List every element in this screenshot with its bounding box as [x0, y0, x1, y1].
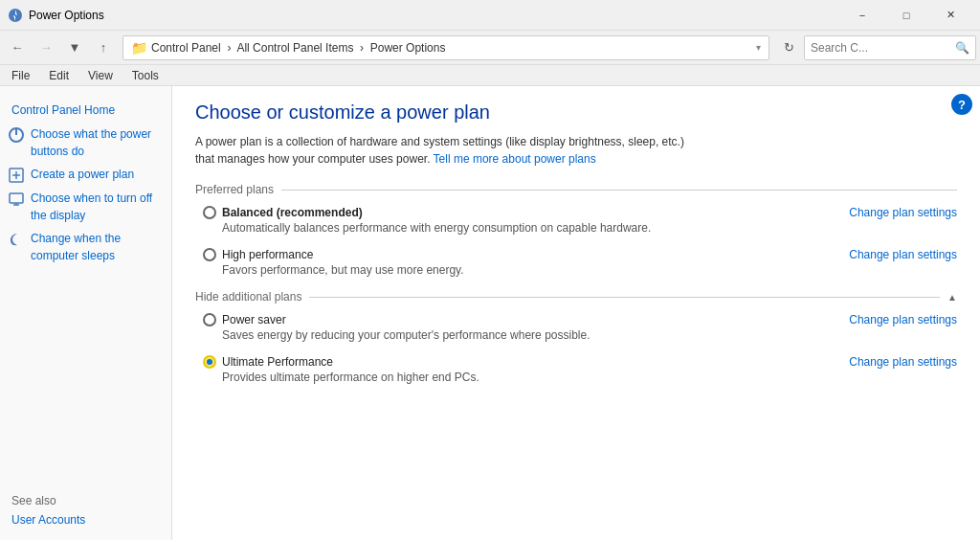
section-toggle[interactable]: ▲ — [947, 292, 957, 303]
menu-tools[interactable]: Tools — [124, 67, 167, 84]
address-path: Control Panel › All Control Panel Items … — [151, 41, 756, 55]
address-chevron: ▾ — [756, 42, 761, 53]
hidden-divider — [309, 297, 940, 298]
sleep-icon — [8, 231, 25, 248]
preferred-plans-header: Preferred plans — [195, 183, 957, 196]
see-also-label: See also — [0, 486, 171, 511]
power-icon — [8, 126, 25, 144]
plan-item-ultimate-performance: Ultimate Performance Change plan setting… — [203, 355, 957, 384]
sidebar-turn-off-display[interactable]: Choose when to turn off the display — [0, 187, 171, 227]
plan-desc-high-performance: Favors performance, but may use more ene… — [222, 263, 957, 277]
minimize-button[interactable]: − — [840, 0, 884, 31]
search-icon: 🔍 — [955, 41, 969, 55]
menu-file[interactable]: File — [4, 67, 37, 84]
plan-desc-balanced: Automatically balances performance with … — [222, 221, 957, 235]
radio-ultimate-performance[interactable] — [203, 355, 216, 369]
page-title: Choose or customize a power plan — [195, 101, 957, 124]
hidden-plans-header: Hide additional plans ▲ — [195, 290, 957, 304]
sidebar-computer-sleeps-label: Change when the computer sleeps — [31, 230, 164, 264]
back-button[interactable]: ← — [4, 34, 31, 61]
learn-more-link[interactable]: Tell me more about power plans — [434, 152, 596, 166]
nav-bar: ← → ▼ ↑ 📁 Control Panel › All Control Pa… — [0, 31, 980, 65]
sidebar-power-buttons-label: Choose what the power buttons do — [31, 125, 164, 160]
content-area: Control Panel Home Choose what the power… — [0, 86, 980, 540]
plan-desc-power-saver: Saves energy by reducing your computer's… — [222, 328, 681, 342]
folder-icon: 📁 — [131, 40, 147, 56]
sidebar-control-panel-home[interactable]: Control Panel Home — [0, 98, 171, 123]
address-bar[interactable]: 📁 Control Panel › All Control Panel Item… — [122, 35, 769, 60]
change-link-balanced[interactable]: Change plan settings — [849, 206, 957, 219]
menu-edit[interactable]: Edit — [41, 67, 77, 84]
hidden-plans-label: Hide additional plans — [195, 290, 301, 304]
title-bar: Power Options − □ ✕ — [0, 0, 980, 31]
search-input[interactable] — [811, 41, 955, 55]
svg-rect-7 — [10, 193, 23, 203]
help-button[interactable]: ? — [951, 94, 972, 115]
app-icon — [8, 8, 23, 23]
refresh-button[interactable]: ↻ — [775, 34, 802, 61]
up-button[interactable]: ↑ — [90, 34, 117, 61]
sidebar-user-accounts[interactable]: User Accounts — [0, 511, 171, 529]
display-icon — [8, 191, 25, 208]
change-link-ultimate-performance[interactable]: Change plan settings — [849, 355, 957, 369]
forward-button[interactable]: → — [33, 34, 59, 61]
change-link-power-saver[interactable]: Change plan settings — [849, 313, 957, 326]
plan-name-balanced: Balanced (recommended) — [222, 206, 363, 219]
plan-item-high-performance: High performance Change plan settings Fa… — [203, 248, 957, 277]
sidebar: Control Panel Home Choose what the power… — [0, 86, 172, 540]
close-button[interactable]: ✕ — [928, 0, 972, 31]
search-box[interactable]: 🔍 — [804, 35, 976, 60]
preferred-plans-label: Preferred plans — [195, 183, 274, 196]
sidebar-power-buttons[interactable]: Choose what the power buttons do — [0, 123, 171, 163]
change-link-high-performance[interactable]: Change plan settings — [849, 248, 957, 261]
menu-bar: File Edit View Tools — [0, 65, 980, 86]
dropdown-button[interactable]: ▼ — [61, 34, 88, 61]
plan-item-balanced: Balanced (recommended) Change plan setti… — [203, 206, 957, 235]
radio-power-saver[interactable] — [203, 313, 216, 326]
sidebar-create-plan[interactable]: Create a power plan — [0, 163, 171, 187]
radio-balanced[interactable] — [203, 206, 216, 219]
create-plan-icon — [8, 167, 25, 184]
sidebar-create-plan-label: Create a power plan — [31, 166, 134, 183]
plan-name-high-performance: High performance — [222, 248, 313, 261]
plan-name-power-saver: Power saver — [222, 313, 286, 326]
sidebar-computer-sleeps[interactable]: Change when the computer sleeps — [0, 227, 171, 267]
maximize-button[interactable]: □ — [884, 0, 928, 31]
preferred-divider — [281, 190, 957, 191]
window-title: Power Options — [29, 9, 840, 22]
description-text: A power plan is a collection of hardware… — [195, 133, 693, 168]
plan-name-ultimate-performance: Ultimate Performance — [222, 355, 333, 369]
plan-desc-ultimate-performance: Provides ultimate performance on higher … — [222, 371, 957, 384]
plan-item-power-saver: Power saver Change plan settings Saves e… — [203, 313, 957, 342]
sidebar-spacer — [0, 267, 171, 486]
main-panel: ? Choose or customize a power plan A pow… — [172, 86, 980, 540]
menu-view[interactable]: View — [80, 67, 121, 84]
window-controls: − □ ✕ — [840, 0, 972, 31]
radio-high-performance[interactable] — [203, 248, 216, 261]
sidebar-turn-off-display-label: Choose when to turn off the display — [31, 190, 164, 224]
